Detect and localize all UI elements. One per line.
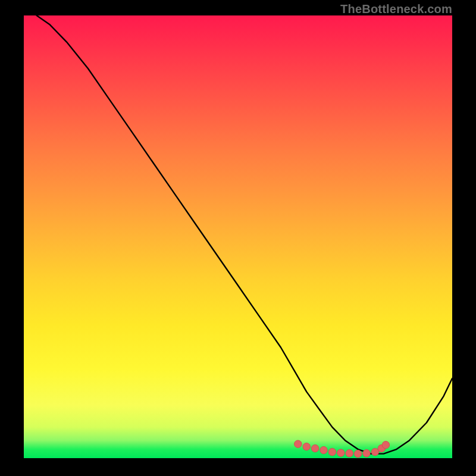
chart-overlay — [24, 15, 452, 458]
minimum-markers — [295, 440, 390, 458]
minimum-marker — [328, 448, 336, 455]
minimum-marker — [320, 446, 327, 453]
minimum-marker — [354, 450, 361, 457]
minimum-marker — [382, 441, 389, 449]
chart-frame: TheBottleneck.com — [0, 0, 476, 476]
bottleneck-curve — [37, 15, 452, 454]
minimum-marker — [311, 444, 318, 452]
minimum-marker — [303, 443, 310, 450]
minimum-marker — [295, 440, 302, 447]
minimum-marker — [346, 450, 353, 457]
watermark-text: TheBottleneck.com — [340, 2, 452, 16]
minimum-marker — [337, 449, 345, 456]
minimum-marker — [363, 450, 370, 457]
